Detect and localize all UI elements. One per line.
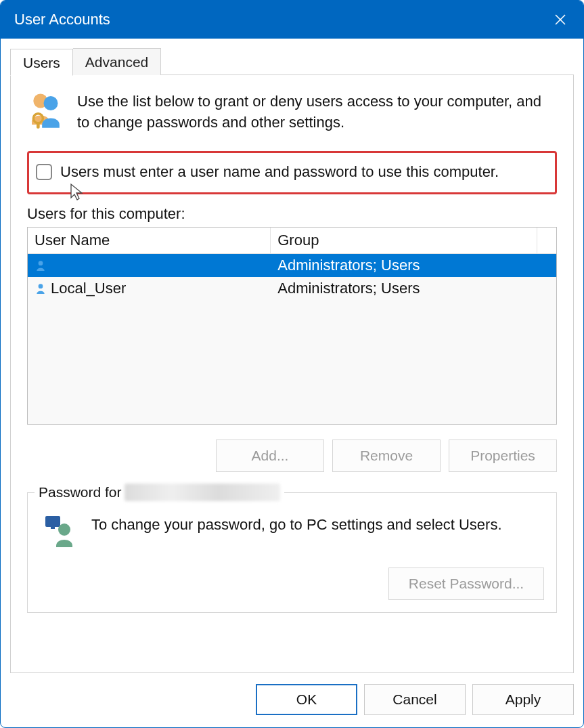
users-icon: [27, 91, 65, 129]
close-button[interactable]: [545, 5, 575, 35]
tab-strip: Users Advanced: [10, 48, 574, 75]
svg-point-10: [58, 523, 70, 536]
svg-rect-8: [45, 516, 60, 527]
svg-rect-5: [37, 123, 40, 129]
close-icon: [554, 14, 566, 26]
require-password-label: Users must enter a user name and passwor…: [60, 163, 499, 182]
require-password-checkbox[interactable]: [36, 164, 52, 180]
password-text: To change your password, go to PC settin…: [91, 515, 544, 535]
users-list-label: Users for this computer:: [27, 205, 557, 223]
remove-button[interactable]: Remove: [332, 440, 441, 472]
user-monitor-icon: [44, 515, 76, 547]
column-spacer: [537, 228, 556, 254]
list-button-row: Add... Remove Properties: [27, 440, 557, 472]
user-accounts-window: User Accounts Users Advanced: [0, 0, 584, 728]
password-groupbox: Password for To change your password, go…: [27, 492, 557, 613]
apply-button[interactable]: Apply: [472, 684, 574, 715]
intro-text: Use the list below to grant or deny user…: [77, 91, 557, 133]
window-title: User Accounts: [14, 11, 545, 28]
svg-point-6: [39, 261, 43, 265]
table-row[interactable]: Administrators; Users: [28, 254, 556, 277]
tab-advanced[interactable]: Advanced: [73, 48, 161, 75]
user-row-icon: [35, 282, 47, 295]
require-password-row: Users must enter a user name and passwor…: [27, 151, 557, 195]
add-button[interactable]: Add...: [216, 440, 324, 472]
table-row[interactable]: Local_User Administrators; Users: [28, 277, 556, 300]
listview-body: Administrators; Users Local_User Adminis…: [28, 254, 556, 424]
content: Users Advanced Use the list below to gra…: [1, 39, 583, 673]
password-button-row: Reset Password...: [40, 568, 544, 600]
users-panel: Use the list below to grant or deny user…: [10, 74, 574, 673]
row-group: Administrators; Users: [271, 254, 556, 277]
row-group: Administrators; Users: [271, 277, 556, 300]
titlebar: User Accounts: [1, 1, 583, 39]
redacted-username: [125, 484, 280, 501]
column-group[interactable]: Group: [271, 228, 537, 254]
listview-header: User Name Group: [28, 228, 556, 254]
svg-point-7: [39, 284, 43, 288]
svg-point-3: [44, 96, 58, 110]
intro-row: Use the list below to grant or deny user…: [27, 91, 557, 133]
cancel-button[interactable]: Cancel: [364, 684, 466, 715]
properties-button[interactable]: Properties: [449, 440, 557, 472]
dialog-button-row: OK Cancel Apply: [1, 673, 583, 727]
user-row-icon: [35, 259, 47, 272]
row-username: Local_User: [51, 280, 126, 297]
password-body: To change your password, go to PC settin…: [40, 515, 544, 547]
reset-password-button[interactable]: Reset Password...: [388, 568, 544, 600]
svg-rect-9: [51, 527, 55, 529]
cursor-icon: [70, 183, 85, 202]
password-legend: Password for: [35, 484, 284, 501]
tab-users[interactable]: Users: [10, 49, 73, 76]
password-legend-prefix: Password for: [39, 484, 122, 500]
users-listview[interactable]: User Name Group Administrators; Users: [27, 227, 557, 425]
column-username[interactable]: User Name: [28, 228, 271, 254]
ok-button[interactable]: OK: [256, 684, 357, 715]
